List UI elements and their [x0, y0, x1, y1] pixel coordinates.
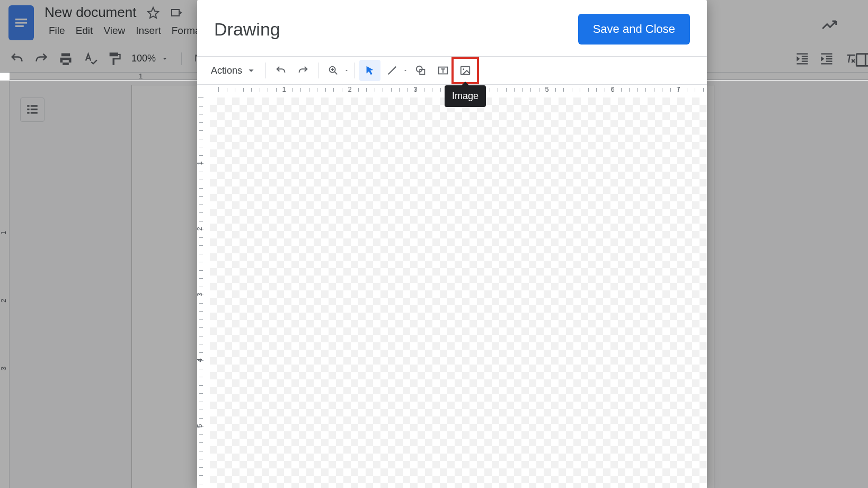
svg-rect-8 [31, 112, 38, 113]
indent-increase-icon[interactable] [819, 51, 834, 66]
print-icon[interactable] [58, 51, 73, 66]
zoom-button[interactable] [323, 60, 344, 81]
paint-format-icon[interactable] [107, 51, 122, 66]
spellcheck-icon[interactable] [83, 51, 98, 66]
zoom-select[interactable]: 100% [131, 53, 169, 64]
svg-rect-14 [461, 67, 470, 75]
drawing-area: 1234567 12345 [197, 85, 707, 488]
drawing-vertical-ruler[interactable]: 12345 [197, 95, 205, 488]
textbox-tool[interactable] [432, 60, 454, 81]
svg-rect-5 [27, 109, 29, 110]
redo-icon[interactable] [34, 51, 49, 66]
svg-rect-6 [31, 109, 38, 110]
actions-menu[interactable]: Actions [202, 60, 261, 81]
redo-button[interactable] [293, 60, 314, 81]
svg-point-15 [463, 68, 464, 70]
svg-rect-3 [27, 105, 29, 107]
svg-rect-1 [15, 22, 27, 23]
move-icon[interactable] [170, 6, 183, 19]
drawing-canvas[interactable] [210, 97, 707, 488]
menu-edit[interactable]: Edit [72, 24, 98, 38]
undo-icon[interactable] [10, 51, 24, 66]
star-icon[interactable] [147, 6, 160, 19]
explore-icon[interactable] [820, 16, 838, 34]
svg-rect-9 [856, 54, 868, 66]
document-title[interactable]: New document [45, 4, 136, 21]
svg-rect-7 [27, 112, 29, 113]
drawing-dialog: Drawing Save and Close Actions Image 123… [197, 0, 707, 488]
line-dropdown-icon[interactable] [402, 68, 409, 73]
menu-file[interactable]: File [45, 24, 69, 38]
save-and-close-button[interactable]: Save and Close [578, 14, 690, 45]
select-tool[interactable] [359, 60, 380, 81]
outline-icon[interactable] [20, 97, 45, 122]
indent-decrease-icon[interactable] [795, 51, 810, 66]
undo-button[interactable] [270, 60, 291, 81]
svg-rect-0 [15, 19, 27, 20]
dialog-header: Drawing Save and Close [197, 0, 707, 56]
docs-vertical-ruler: 1 2 3 [0, 81, 10, 488]
menu-view[interactable]: View [99, 24, 129, 38]
zoom-dropdown-icon[interactable] [343, 68, 350, 73]
svg-rect-4 [31, 105, 38, 107]
drawing-toolbar: Actions Image [197, 56, 707, 85]
image-tooltip: Image [445, 85, 486, 107]
shape-tool[interactable] [410, 60, 431, 81]
svg-rect-2 [15, 25, 24, 27]
menu-insert[interactable]: Insert [131, 24, 165, 38]
docs-logo-icon[interactable] [8, 5, 34, 40]
image-tool[interactable]: Image [455, 60, 476, 81]
sidepanel-icon[interactable] [854, 51, 868, 69]
dialog-title: Drawing [214, 19, 280, 40]
line-tool[interactable] [382, 60, 403, 81]
docs-menubar: File Edit View Insert Forma [45, 24, 205, 38]
